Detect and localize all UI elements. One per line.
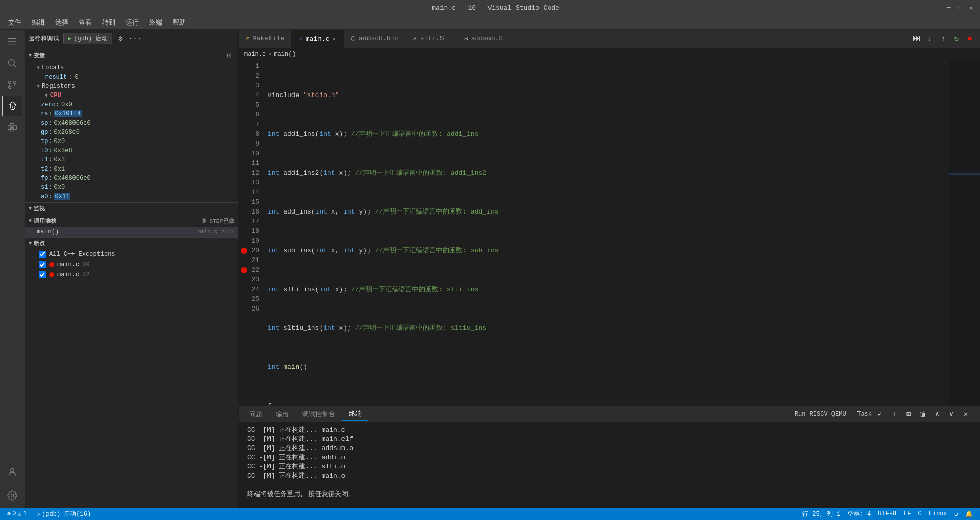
breakpoints-header[interactable]: ▼ 断点 <box>24 238 238 249</box>
reg-s1: s1: 0x0 <box>24 183 238 192</box>
callstack-header[interactable]: ▼ 调用堆栈 ⑤ STEP已做 <box>24 215 238 227</box>
debug-stop-btn[interactable]: ■ <box>964 33 976 45</box>
settings-icon-btn[interactable]: ⚙ <box>114 33 127 45</box>
svg-point-0 <box>9 60 15 66</box>
minimap <box>949 60 980 406</box>
task-label: Run RISCV-QEMU - Task <box>795 411 872 418</box>
tab-mainc-close[interactable]: ✕ <box>332 36 336 42</box>
panel-tab-debug-console[interactable]: 调试控制台 <box>296 408 341 421</box>
activity-debug[interactable] <box>2 96 22 116</box>
tab-slti-s[interactable]: S slti.S <box>406 30 457 48</box>
line-num-8: 8 <box>243 129 259 139</box>
line-num-22: 22 <box>243 265 259 275</box>
position-label: 行 25, 列 1 <box>802 510 840 518</box>
terminal-line-1: CC -[M] 正在构建... main.c <box>247 426 972 435</box>
reg-fp: fp: 0x408006e0 <box>24 174 238 183</box>
delete-terminal-btn[interactable]: 🗑 <box>917 408 929 420</box>
variables-header[interactable]: ▼ 变量 ⊡ <box>24 48 238 62</box>
bp-all-cpp-checkbox[interactable] <box>39 251 46 258</box>
status-debug-info[interactable]: ▷ (gdb) 启动(16) <box>34 508 94 520</box>
makefile-icon: M <box>246 36 250 42</box>
debug-toolbar: 运行和调试 ▶ (gdb) 启动 ⚙ ··· <box>24 30 238 48</box>
watch-header[interactable]: ▼ 监视 <box>24 203 238 215</box>
breadcrumb-symbol[interactable]: main() <box>274 51 296 58</box>
menu-goto[interactable]: 转到 <box>98 17 119 28</box>
statusbar-right: 行 25, 列 1 空格: 4 UTF-8 LF C Linux ↺ 🔔 <box>799 510 976 518</box>
code-editor[interactable]: 1 2 3 4 5 6 7 8 9 10 11 12 13 14 15 16 1 <box>239 60 980 406</box>
status-bell[interactable]: 🔔 <box>962 510 976 518</box>
line-num-14: 14 <box>243 187 259 197</box>
tab-main-c[interactable]: C main.c ✕ <box>292 30 344 48</box>
more-options-btn[interactable]: ··· <box>129 33 141 45</box>
minimize-button[interactable]: ─ <box>945 4 952 11</box>
split-terminal-btn[interactable]: ⊡ <box>902 408 915 420</box>
task-check-btn[interactable]: ✓ <box>874 408 886 420</box>
bp-main-20-line: 20 <box>82 261 89 268</box>
status-spaces[interactable]: 空格: 4 <box>845 510 874 518</box>
new-terminal-btn[interactable]: + <box>888 408 900 420</box>
terminal-content[interactable]: CC -[M] 正在构建... main.c CC -[M] 正在构建... m… <box>239 422 980 508</box>
tab-addsub-bin[interactable]: ⬡ addsub.bin <box>344 30 406 48</box>
titlebar: main.c - 16 - Visual Studio Code ─ □ ✕ <box>0 0 980 15</box>
menu-select[interactable]: 选择 <box>51 17 72 28</box>
menu-edit[interactable]: 编辑 <box>28 17 49 28</box>
activity-explorer[interactable] <box>2 32 22 52</box>
panel-down-btn[interactable]: ∨ <box>945 408 958 420</box>
callstack-fn-name: main() <box>37 228 59 235</box>
callstack-section: ▼ 调用堆栈 ⑤ STEP已做 main() main.c 25:1 <box>24 215 238 237</box>
debug-step-out-btn[interactable]: ↑ <box>937 33 949 45</box>
run-config-button[interactable]: ▶ (gdb) 启动 <box>63 33 112 44</box>
code-content[interactable]: #include "stdio.h" int addi_ins(int x); … <box>263 60 949 406</box>
mainc-icon: C <box>299 36 303 42</box>
menu-file[interactable]: 文件 <box>4 17 26 28</box>
activity-settings[interactable] <box>2 485 22 506</box>
status-encoding[interactable]: UTF-8 <box>875 510 899 517</box>
menu-view[interactable]: 查看 <box>75 17 96 28</box>
panel-up-btn[interactable]: ∧ <box>931 408 943 420</box>
maximize-button[interactable]: □ <box>957 4 964 11</box>
debug-step-over-btn[interactable]: ⏭ <box>911 33 923 45</box>
status-line-ending[interactable]: LF <box>900 510 914 517</box>
registers-group-header[interactable]: ▼ Registers <box>24 82 238 91</box>
callstack-main[interactable]: main() main.c 25:1 <box>24 227 238 237</box>
bp-main-20-checkbox[interactable] <box>39 261 46 268</box>
panel-tab-output[interactable]: 输出 <box>270 408 295 421</box>
reg-ra: ra: 0x101f4 <box>24 109 238 119</box>
breadcrumb-file[interactable]: main.c <box>244 51 266 58</box>
tab-addsub-s[interactable]: S addsub.S <box>457 30 510 48</box>
status-sync[interactable]: ↺ <box>951 510 961 518</box>
status-errors[interactable]: ⊗ 0 ⚠ 1 <box>4 508 30 520</box>
debug-sidebar-scroll[interactable]: ▼ 变量 ⊡ ▼ Locals result : 0 <box>24 48 238 508</box>
addsubbin-icon: ⬡ <box>351 35 356 42</box>
panel-tab-terminal[interactable]: 终端 <box>342 407 368 421</box>
activity-search[interactable] <box>2 53 22 74</box>
menu-run[interactable]: 运行 <box>121 17 143 28</box>
bp-main-22-checkbox[interactable] <box>39 271 46 278</box>
tab-makefile[interactable]: M Makefile <box>239 30 292 48</box>
activity-extensions[interactable] <box>2 117 22 138</box>
menu-terminal[interactable]: 终端 <box>145 17 166 28</box>
activity-account[interactable] <box>2 462 22 482</box>
panel-close-btn[interactable]: ✕ <box>960 408 972 420</box>
debug-action-controls: ⏭ ↓ ↑ ↻ ■ <box>911 33 976 45</box>
debug-step-into-btn[interactable]: ↓ <box>924 33 936 45</box>
window-controls[interactable]: ─ □ ✕ <box>945 4 975 11</box>
cpu-group-header[interactable]: ▼ CPU <box>24 91 238 100</box>
status-position[interactable]: 行 25, 列 1 <box>799 510 843 518</box>
locals-tree: ▼ Locals result : 0 ▼ Registers <box>24 62 238 202</box>
panel-tab-problems[interactable]: 问题 <box>243 408 268 421</box>
breakpoint-dot-2-icon <box>49 272 54 277</box>
line-numbers: 1 2 3 4 5 6 7 8 9 10 11 12 13 14 15 16 1 <box>239 60 263 406</box>
cpu-label: CPU <box>50 92 61 99</box>
locals-group-header[interactable]: ▼ Locals <box>24 63 238 73</box>
close-button[interactable]: ✕ <box>968 4 975 11</box>
line-num-19: 19 <box>243 236 259 246</box>
status-os[interactable]: Linux <box>926 510 950 517</box>
debug-restart-btn[interactable]: ↻ <box>950 33 963 45</box>
svg-line-1 <box>14 65 16 67</box>
line-num-6: 6 <box>243 110 259 120</box>
collapse-vars-btn[interactable]: ⊡ <box>224 50 234 60</box>
menu-help[interactable]: 帮助 <box>168 17 190 28</box>
status-language[interactable]: C <box>915 510 925 517</box>
activity-source-control[interactable] <box>2 75 22 95</box>
